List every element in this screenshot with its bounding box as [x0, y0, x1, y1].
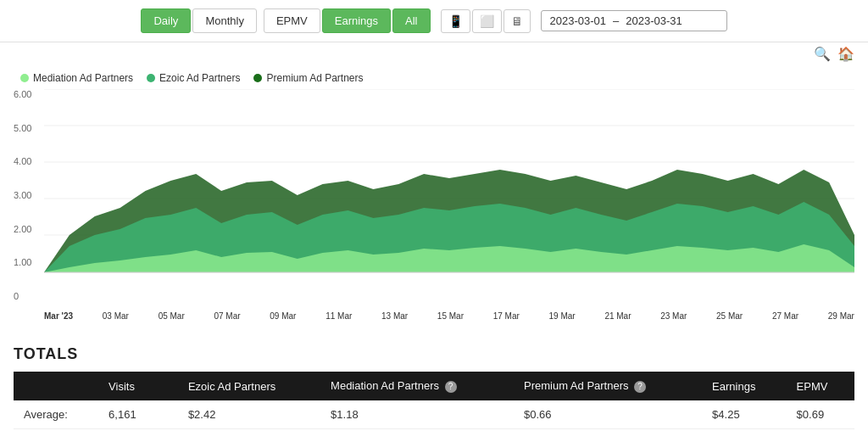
- totals-table: Visits Ezoic Ad Partners Mediation Ad Pa…: [14, 372, 854, 431]
- legend-label-ezoic: Ezoic Ad Partners: [159, 72, 240, 84]
- zoom-icons-row: 🔍 🏠: [0, 42, 868, 65]
- col-header-epmv: EPMV: [787, 372, 854, 400]
- legend-label-mediation: Mediation Ad Partners: [33, 72, 133, 84]
- col-header-label: [14, 372, 98, 400]
- metric-buttons: EPMV Earnings All: [264, 8, 431, 33]
- x-label-03mar: 03 Mar: [103, 311, 129, 321]
- legend-ezoic: Ezoic Ad Partners: [147, 72, 240, 84]
- x-label-11mar: 11 Mar: [326, 311, 352, 321]
- legend-label-premium: Premium Ad Partners: [266, 72, 363, 84]
- totals-section: TOTALS Visits Ezoic Ad Partners Mediatio…: [0, 335, 868, 431]
- date-end: 2023-03-31: [626, 14, 682, 27]
- row-average-premium: $0.66: [514, 400, 702, 429]
- x-label-23mar: 23 Mar: [660, 311, 687, 321]
- search-icon[interactable]: 🔍: [814, 46, 831, 62]
- row-average-earnings: $4.25: [702, 400, 786, 429]
- date-separator: –: [613, 14, 619, 27]
- y-label-4: 4.00: [14, 156, 44, 166]
- tablet-icon-button[interactable]: ⬜: [472, 9, 502, 33]
- mediation-info-icon[interactable]: ?: [445, 381, 457, 393]
- chart-section: Mediation Ad Partners Ezoic Ad Partners …: [0, 65, 868, 335]
- monthly-button[interactable]: Monthly: [192, 8, 257, 33]
- toolbar: Daily Monthly EPMV Earnings All 📱 ⬜ 🖥 20…: [0, 0, 868, 42]
- x-label-mar23: Mar '23: [44, 311, 73, 321]
- x-label-25mar: 25 Mar: [716, 311, 743, 321]
- col-header-premium: Premium Ad Partners ?: [514, 372, 702, 400]
- col-header-ezoic: Ezoic Ad Partners: [178, 372, 320, 400]
- row-average-epmv: $0.69: [787, 400, 854, 429]
- table-header-row: Visits Ezoic Ad Partners Mediation Ad Pa…: [14, 372, 854, 400]
- x-label-07mar: 07 Mar: [214, 311, 240, 321]
- y-label-3: 3.00: [14, 190, 44, 200]
- legend-dot-mediation: [20, 74, 29, 82]
- row-average-visits: 6,161: [98, 400, 178, 429]
- date-start: 2023-03-01: [550, 14, 607, 27]
- y-label-0: 0: [14, 291, 44, 301]
- all-button[interactable]: All: [392, 8, 430, 33]
- x-axis: Mar '23 03 Mar 05 Mar 07 Mar 09 Mar 11 M…: [44, 310, 854, 321]
- date-range-picker[interactable]: 2023-03-01 – 2023-03-31: [541, 10, 727, 31]
- premium-info-icon[interactable]: ?: [634, 381, 646, 393]
- daily-button[interactable]: Daily: [141, 8, 191, 33]
- totals-title: TOTALS: [14, 345, 854, 363]
- x-label-19mar: 19 Mar: [549, 311, 576, 321]
- legend-mediation: Mediation Ad Partners: [20, 72, 133, 84]
- x-label-17mar: 17 Mar: [493, 311, 520, 321]
- x-label-13mar: 13 Mar: [381, 311, 408, 321]
- x-label-05mar: 05 Mar: [159, 311, 185, 321]
- legend-dot-premium: [253, 74, 262, 82]
- table-row: Average: 6,161 $2.42 $1.18 $0.66 $4.25 $…: [14, 400, 854, 429]
- home-icon[interactable]: 🏠: [837, 46, 854, 62]
- x-label-29mar: 29 Mar: [828, 311, 854, 321]
- legend-dot-ezoic: [147, 74, 155, 82]
- y-label-2: 2.00: [14, 224, 44, 234]
- y-axis: 0 1.00 2.00 3.00 4.00 5.00 6.00: [14, 89, 44, 305]
- desktop-icon-button[interactable]: 🖥: [504, 9, 531, 33]
- epmv-button[interactable]: EPMV: [264, 8, 320, 33]
- chart-svg: [44, 89, 854, 310]
- col-header-mediation: Mediation Ad Partners ?: [320, 372, 514, 400]
- legend-premium: Premium Ad Partners: [253, 72, 363, 84]
- chart-area: 0 1.00 2.00 3.00 4.00 5.00 6.00: [14, 89, 854, 335]
- period-buttons: Daily Monthly: [141, 8, 256, 33]
- col-header-visits: Visits: [98, 372, 178, 400]
- x-label-09mar: 09 Mar: [270, 311, 296, 321]
- chart-legend: Mediation Ad Partners Ezoic Ad Partners …: [14, 72, 854, 84]
- x-label-15mar: 15 Mar: [437, 311, 464, 321]
- row-average-label: Average:: [14, 400, 98, 429]
- mobile-icon-button[interactable]: 📱: [441, 9, 470, 33]
- y-label-1: 1.00: [14, 257, 44, 267]
- y-label-5: 5.00: [14, 123, 44, 133]
- row-average-ezoic: $2.42: [178, 400, 320, 429]
- x-label-27mar: 27 Mar: [772, 311, 798, 321]
- earnings-button[interactable]: Earnings: [322, 8, 391, 33]
- device-buttons: 📱 ⬜ 🖥: [441, 9, 531, 33]
- row-average-mediation: $1.18: [320, 400, 514, 429]
- x-label-21mar: 21 Mar: [604, 311, 631, 321]
- col-header-earnings: Earnings: [702, 372, 786, 400]
- y-label-6: 6.00: [14, 89, 44, 99]
